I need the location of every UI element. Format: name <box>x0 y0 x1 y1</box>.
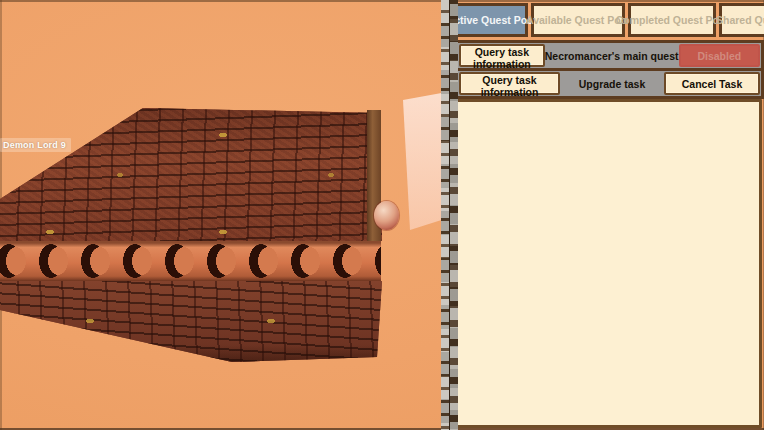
stone-pillar <box>441 0 458 430</box>
tab-completed-quest-pool[interactable]: Completed Quest Pool <box>628 3 716 37</box>
tab-shared-quest-pool[interactable]: Shared Quest Pool <box>719 3 764 37</box>
quest-panel-body <box>455 99 762 428</box>
tab-active-quest-pool[interactable]: Active Quest Pool <box>455 3 528 37</box>
quest-action-rows: Query task information Necromancer's mai… <box>455 40 764 99</box>
cancel-task-button[interactable]: Cancel Task <box>664 72 760 95</box>
roof-upper-slope <box>0 105 382 241</box>
game-screen: Demon Lord 9 Active Quest Pool Available… <box>0 0 764 430</box>
quest-panel: Active Quest Pool Available Quest Pool C… <box>454 0 764 430</box>
roof-ridge-tiles <box>0 241 381 281</box>
quest-row-2: Query task information Upgrade task Canc… <box>458 71 761 96</box>
quest-tab-bar: Active Quest Pool Available Quest Pool C… <box>455 3 764 37</box>
roof-lower-slope <box>0 281 382 363</box>
quest-row-1: Query task information Necromancer's mai… <box>458 43 761 68</box>
quest-name-label-1: Necromancer's main quest <box>545 44 679 67</box>
query-task-info-button-2[interactable]: Query task information <box>459 72 560 95</box>
tab-available-quest-pool[interactable]: Available Quest Pool <box>531 3 625 37</box>
disabled-action-button: Disabled <box>679 44 760 67</box>
query-task-info-button-1[interactable]: Query task information <box>459 44 545 67</box>
entity-nameplate: Demon Lord 9 <box>0 138 71 152</box>
quest-name-label-2: Upgrade task <box>560 72 664 95</box>
sphere-object <box>374 201 399 230</box>
